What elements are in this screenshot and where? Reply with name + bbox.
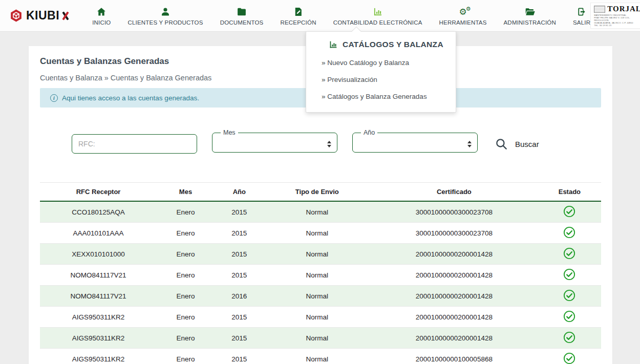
cell-estado bbox=[538, 328, 601, 349]
dropdown-header-catalogos[interactable]: CATÁLOGOS Y BALANZA bbox=[306, 39, 456, 54]
nav-item-label: CLIENTES Y PRODUCTOS bbox=[127, 19, 203, 26]
cell-estado bbox=[538, 223, 601, 244]
cell-mes: Enero bbox=[157, 328, 215, 349]
cell-ano: 2016 bbox=[215, 286, 264, 307]
cell-rfc-receptor: AAA010101AAA bbox=[40, 223, 157, 244]
cell-ano: 2015 bbox=[215, 265, 264, 286]
dropdown-title: CATÁLOGOS Y BALANZA bbox=[343, 40, 443, 49]
column-header-estado: Estado bbox=[538, 183, 601, 202]
table-row: AIGS950311KR2Enero2015Normal200010000002… bbox=[40, 307, 601, 328]
cell-tipo-envio: Normal bbox=[264, 223, 370, 244]
cell-mes: Enero bbox=[157, 244, 215, 265]
nav-item-inicio[interactable]: INICIO bbox=[92, 6, 111, 26]
table-row: AAA010101AAAEnero2015Normal3000100000030… bbox=[40, 223, 601, 244]
bar-chart-icon bbox=[373, 6, 383, 17]
search-button-label: Buscar bbox=[515, 140, 539, 148]
nav-item-label: HERRAMIENTAS bbox=[439, 19, 487, 26]
brand-x-glyph bbox=[61, 11, 70, 21]
cell-certificado: 30001000000300023708 bbox=[370, 223, 538, 244]
cell-certificado: 30001000000300023708 bbox=[370, 201, 538, 223]
cell-tipo-envio: Normal bbox=[264, 349, 370, 364]
cell-tipo-envio: Normal bbox=[264, 328, 370, 349]
nav-item-documentos[interactable]: DOCUMENTOS bbox=[220, 6, 264, 26]
cell-ano: 2015 bbox=[215, 307, 264, 328]
nav-item-label: CONTABILIDAD ELECTRÓNICA bbox=[333, 19, 422, 26]
open-folder-icon bbox=[525, 6, 535, 17]
mes-select[interactable]: Mes bbox=[212, 130, 337, 153]
check-circle-icon bbox=[563, 310, 575, 323]
dropdown-caret bbox=[351, 27, 361, 32]
table-row: CCO180125AQAEnero2015Normal3000100000030… bbox=[40, 201, 601, 223]
torjal-thumbnail-icon bbox=[594, 6, 605, 13]
mes-select-label: Mes bbox=[221, 130, 238, 136]
kiubix-logo[interactable]: KIUBI bbox=[9, 9, 70, 23]
rfc-input[interactable] bbox=[72, 134, 197, 154]
select-arrows-icon bbox=[467, 141, 472, 147]
cell-ano: 2015 bbox=[215, 223, 264, 244]
cell-certificado: 20001000000100005868 bbox=[370, 349, 538, 364]
check-circle-icon bbox=[563, 331, 575, 344]
bar-chart-icon bbox=[329, 40, 338, 49]
select-arrows-icon bbox=[327, 141, 331, 147]
cell-certificado: 20001000000200001428 bbox=[370, 307, 538, 328]
cell-tipo-envio: Normal bbox=[264, 244, 370, 265]
logout-icon bbox=[577, 6, 587, 17]
cell-mes: Enero bbox=[157, 201, 215, 223]
dropdown-item-catalogos-y-balanza-generadas[interactable]: » Catálogos y Balanza Generadas bbox=[306, 88, 456, 105]
cell-certificado: 20001000000200001428 bbox=[370, 244, 538, 265]
nav-item-label: RECEPCIÓN bbox=[280, 19, 316, 26]
check-circle-icon bbox=[563, 352, 575, 364]
nav-item-clientes-y-productos[interactable]: CLIENTES Y PRODUCTOS bbox=[127, 6, 203, 26]
folder-icon bbox=[237, 6, 247, 17]
dropdown-item-previsualizacion[interactable]: » Previsualización bbox=[306, 71, 456, 88]
cell-certificado: 20001000000200001428 bbox=[370, 286, 538, 307]
main-nav: INICIOCLIENTES Y PRODUCTOSDOCUMENTOSRECE… bbox=[92, 6, 590, 26]
ano-select[interactable]: Año bbox=[352, 130, 478, 153]
column-header-tipo-de-envio: Tipo de Envio bbox=[264, 183, 370, 202]
cell-ano: 2015 bbox=[215, 201, 264, 223]
cell-rfc-receptor: AIGS950311KR2 bbox=[40, 328, 157, 349]
torjal-address-line: FRAY FELIPE GALVEZ V. 158 COL. REVOLUCIÓ… bbox=[594, 16, 640, 22]
cell-estado bbox=[538, 349, 601, 364]
nav-item-administracion[interactable]: ADMINISTRACIÓN bbox=[504, 6, 556, 26]
cell-tipo-envio: Normal bbox=[264, 307, 370, 328]
info-icon: i bbox=[50, 94, 58, 102]
cell-tipo-envio: Normal bbox=[264, 201, 370, 223]
check-circle-icon bbox=[563, 247, 575, 260]
table-row: AIGS950311KR2Enero2015Normal200010000002… bbox=[40, 328, 601, 349]
contabilidad-dropdown-menu: CATÁLOGOS Y BALANZA » Nuevo Catálogo y B… bbox=[306, 31, 456, 113]
nav-item-herramientas[interactable]: ⚙⚙HERRAMIENTAS bbox=[439, 6, 487, 26]
cell-certificado: 20001000000200001428 bbox=[370, 328, 538, 349]
nav-item-salir[interactable]: SALIR bbox=[573, 6, 590, 26]
dropdown-item-nuevo-catalogo-y-balanza[interactable]: » Nuevo Catálogo y Balanza bbox=[306, 54, 456, 71]
table-row: NOMO841117V21Enero2016Normal200010000002… bbox=[40, 286, 601, 307]
dropdown-items: » Nuevo Catálogo y Balanza» Previsualiza… bbox=[306, 54, 456, 105]
kiubix-cube-icon bbox=[9, 9, 23, 23]
column-header-ano: Año bbox=[215, 183, 264, 202]
cell-ano: 2015 bbox=[215, 244, 264, 265]
cell-mes: Enero bbox=[157, 307, 215, 328]
nav-item-label: DOCUMENTOS bbox=[220, 19, 264, 26]
person-icon bbox=[160, 6, 170, 17]
cell-tipo-envio: Normal bbox=[264, 265, 370, 286]
check-circle-icon bbox=[563, 289, 575, 302]
ano-select-label: Año bbox=[361, 130, 377, 136]
table-header-row: RFC ReceptorMesAñoTipo de EnvioCertifica… bbox=[40, 183, 601, 202]
cell-rfc-receptor: CCO180125AQA bbox=[40, 201, 157, 223]
column-header-mes: Mes bbox=[157, 183, 215, 202]
check-circle-icon bbox=[563, 226, 575, 239]
nav-item-label: INICIO bbox=[92, 19, 111, 26]
check-circle-icon bbox=[563, 268, 575, 281]
search-icon bbox=[495, 138, 508, 151]
nav-item-recepcion[interactable]: RECEPCIÓN bbox=[280, 6, 316, 26]
column-header-rfc-receptor: RFC Receptor bbox=[40, 183, 157, 202]
cell-tipo-envio: Normal bbox=[264, 286, 370, 307]
torjal-address-line: TEL. 36 19 81 23 bbox=[594, 24, 640, 27]
cell-estado bbox=[538, 307, 601, 328]
nav-item-label: ADMINISTRACIÓN bbox=[504, 19, 556, 26]
table-row: AIGS950311KR2Enero2015Normal200010000001… bbox=[40, 349, 601, 364]
cell-rfc-receptor: NOMO841117V21 bbox=[40, 286, 157, 307]
nav-item-contabilidad-electronica[interactable]: CONTABILIDAD ELECTRÓNICA bbox=[333, 6, 422, 26]
cell-rfc-receptor: NOMO841117V21 bbox=[40, 265, 157, 286]
search-button[interactable]: Buscar bbox=[493, 134, 541, 154]
